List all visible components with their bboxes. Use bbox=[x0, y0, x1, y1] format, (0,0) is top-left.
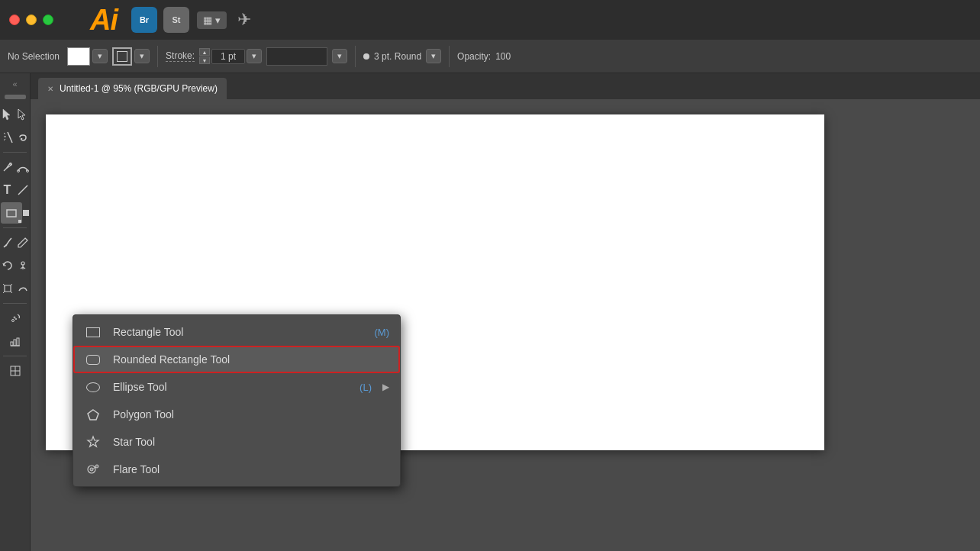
close-button[interactable] bbox=[9, 14, 20, 25]
tool-sep-1 bbox=[3, 152, 27, 153]
rotate-icon bbox=[1, 259, 15, 272]
ellipse-shape bbox=[86, 382, 100, 392]
menu-item-polygon[interactable]: Polygon Tool bbox=[73, 401, 400, 428]
rectangle-tool-label: Rectangle Tool bbox=[113, 326, 364, 338]
stroke-down[interactable]: ▼ bbox=[199, 56, 210, 64]
curvature-tool[interactable] bbox=[15, 156, 30, 178]
svg-line-1 bbox=[4, 133, 5, 134]
tool-row-shape bbox=[0, 202, 30, 224]
type-icon: T bbox=[4, 183, 11, 197]
separator-2 bbox=[355, 46, 356, 67]
stroke-swatch[interactable] bbox=[112, 47, 132, 66]
tab-close-icon[interactable]: ✕ bbox=[47, 85, 53, 93]
tool-sep-4 bbox=[3, 356, 27, 356]
fill-swatch[interactable] bbox=[67, 47, 90, 66]
curvature-icon bbox=[16, 160, 30, 174]
tool-row-selection bbox=[0, 104, 30, 125]
tool-row-free bbox=[0, 278, 30, 299]
rounded-rect-shape bbox=[86, 355, 100, 365]
menu-item-star[interactable]: Star Tool bbox=[73, 428, 400, 456]
tab-untitled[interactable]: ✕ Untitled-1 @ 95% (RGB/GPU Preview) bbox=[38, 78, 227, 99]
paintbrush-icon bbox=[1, 236, 15, 250]
menu-item-flare[interactable]: Flare Tool bbox=[73, 456, 400, 483]
flare-tool-icon bbox=[84, 462, 102, 477]
mesh-tool[interactable] bbox=[5, 360, 26, 382]
shaper-icon bbox=[16, 282, 30, 295]
brush-dropdown[interactable]: ▾ bbox=[332, 49, 347, 63]
menu-item-rectangle[interactable]: Rectangle Tool (M) bbox=[73, 318, 400, 346]
flare-tool-label: Flare Tool bbox=[113, 463, 379, 475]
lasso-icon bbox=[16, 130, 30, 144]
stroke-up[interactable]: ▲ bbox=[199, 48, 210, 56]
stroke-swatch-dropdown[interactable]: ▾ bbox=[134, 49, 150, 63]
svg-line-3 bbox=[4, 139, 5, 140]
symbol-sprayer-tool[interactable] bbox=[5, 308, 26, 329]
mesh-icon bbox=[8, 364, 22, 378]
stroke-spinners[interactable]: ▲ ▼ bbox=[199, 48, 210, 64]
scroll-indicator bbox=[5, 95, 26, 99]
tool-submenu-indicator bbox=[18, 220, 21, 223]
svg-rect-17 bbox=[14, 340, 16, 346]
polygon-tool-icon bbox=[84, 407, 102, 422]
selection-tool[interactable] bbox=[0, 104, 15, 125]
fill-dropdown[interactable]: ▾ bbox=[92, 49, 108, 63]
opacity-label: Opacity: bbox=[457, 51, 491, 62]
star-shape bbox=[86, 435, 100, 449]
flare-shape bbox=[86, 462, 100, 476]
minimize-button[interactable] bbox=[26, 14, 37, 25]
tool-sep-2 bbox=[3, 227, 27, 228]
tool-row-column bbox=[0, 330, 30, 352]
properties-bar: No Selection ▾ ▾ Stroke: ▲ ▼ ▾ ▾ 3 pt. R… bbox=[0, 40, 980, 73]
symbol-sprayer-icon bbox=[8, 311, 22, 325]
type-tool[interactable]: T bbox=[0, 179, 15, 201]
send-icon[interactable]: ✈ bbox=[237, 10, 251, 30]
ellipse-tool-shortcut: (L) bbox=[359, 382, 372, 393]
svg-point-14 bbox=[15, 318, 17, 320]
brush-preview[interactable] bbox=[266, 47, 327, 66]
workspace-chevron: ▾ bbox=[215, 14, 221, 26]
paintbrush-tool[interactable] bbox=[0, 232, 15, 253]
stock-icon[interactable]: St bbox=[163, 7, 189, 33]
svg-point-26 bbox=[90, 468, 93, 471]
shape-context-menu: Rectangle Tool (M) Rounded Rectangle Too… bbox=[73, 314, 401, 487]
ellipse-tool-icon bbox=[84, 379, 102, 395]
line-tool[interactable] bbox=[15, 179, 30, 201]
point-style-dropdown[interactable]: ▾ bbox=[426, 49, 441, 63]
lasso-tool[interactable] bbox=[15, 127, 30, 148]
maximize-button[interactable] bbox=[43, 14, 53, 25]
rotate-tool[interactable] bbox=[0, 255, 15, 276]
small-rect-indicator bbox=[23, 210, 29, 216]
traffic-lights bbox=[9, 14, 53, 25]
collapse-toolbar[interactable]: « bbox=[12, 79, 17, 89]
pencil-tool[interactable] bbox=[15, 232, 30, 253]
magic-wand-tool[interactable] bbox=[0, 127, 15, 148]
svg-point-9 bbox=[21, 262, 24, 265]
column-graph-tool[interactable] bbox=[5, 330, 26, 352]
tool-row-symbol bbox=[0, 308, 30, 329]
star-tool-icon bbox=[84, 434, 102, 450]
bridge-icon[interactable]: Br bbox=[131, 7, 157, 33]
workspace-switcher[interactable]: ▦ ▾ bbox=[197, 11, 227, 29]
free-transform-tool[interactable] bbox=[0, 278, 15, 299]
tool-sep-3 bbox=[3, 303, 27, 304]
rounded-rectangle-tool-icon bbox=[84, 352, 102, 367]
pen-tool[interactable] bbox=[0, 156, 15, 178]
puppet-warp-tool[interactable] bbox=[15, 255, 30, 276]
shape-tool[interactable] bbox=[1, 202, 22, 224]
tool-row-pen bbox=[0, 156, 30, 178]
no-selection-label: No Selection bbox=[8, 51, 60, 62]
menu-item-rounded-rectangle[interactable]: Rounded Rectangle Tool bbox=[73, 346, 400, 373]
puppet-warp-icon bbox=[16, 259, 30, 272]
direct-selection-icon bbox=[16, 108, 30, 121]
shaper-tool[interactable] bbox=[15, 278, 30, 299]
rectangle-tool-icon bbox=[84, 324, 102, 340]
direct-selection-tool[interactable] bbox=[15, 104, 30, 125]
tool-row-mesh bbox=[0, 360, 30, 382]
toolbar-sidebar: « bbox=[0, 73, 31, 551]
menu-item-ellipse[interactable]: Ellipse Tool (L) ▶ bbox=[73, 373, 400, 401]
stroke-dropdown[interactable]: ▾ bbox=[247, 49, 262, 63]
stroke-value[interactable] bbox=[211, 49, 245, 64]
ellipse-arrow-icon: ▶ bbox=[382, 382, 389, 392]
dot-indicator bbox=[363, 53, 369, 60]
stroke-label: Stroke: bbox=[166, 50, 195, 62]
